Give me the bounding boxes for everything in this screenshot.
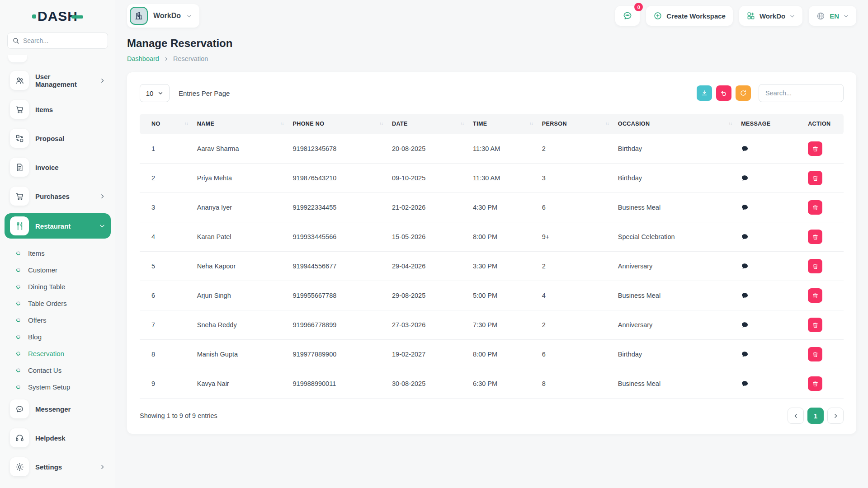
next-page-button[interactable] — [827, 408, 844, 424]
submenu-item-system-setup[interactable]: System Setup — [14, 379, 108, 395]
bullet-icon — [16, 267, 21, 273]
invoice-icon — [10, 158, 29, 177]
cell-person: 4 — [538, 281, 613, 310]
message-bubble-icon[interactable] — [741, 321, 799, 329]
sort-icon[interactable]: ↑↓ — [280, 121, 284, 126]
column-header-no[interactable]: NO↑↓ — [140, 114, 193, 134]
cell-phone: 919812345678 — [288, 134, 388, 164]
sidebar-item-messenger[interactable]: Messenger — [7, 397, 108, 421]
column-header-phone-no[interactable]: PHONE NO↑↓ — [288, 114, 388, 134]
pagination: 1 — [788, 408, 844, 424]
delete-button[interactable] — [808, 230, 822, 244]
entries-per-page-select[interactable]: 10 — [140, 84, 170, 102]
cell-occasion: Anniversary — [613, 252, 736, 281]
language-selector[interactable]: EN — [809, 6, 856, 26]
cell-time: 8:00 PM — [468, 340, 538, 369]
message-bubble-icon[interactable] — [741, 292, 799, 300]
message-bubble-icon[interactable] — [741, 263, 799, 270]
table-row: 5 Neha Kapoor 919944556677 29-04-2026 3:… — [140, 252, 844, 281]
column-header-occasion[interactable]: OCCASION↑↓ — [613, 114, 736, 134]
users-icon — [10, 71, 29, 90]
cell-name: Sneha Reddy — [193, 310, 288, 340]
search-icon — [12, 37, 19, 44]
entries-value: 10 — [146, 89, 154, 97]
delete-button[interactable] — [808, 318, 822, 332]
sidebar-item-proposal[interactable]: Proposal — [7, 127, 108, 150]
delete-button[interactable] — [808, 141, 822, 156]
delete-button[interactable] — [808, 347, 822, 361]
cell-no: 8 — [140, 340, 193, 369]
restaurant-submenu: Items Customer Dining Table Table Orders… — [7, 244, 108, 397]
workspace-switcher[interactable]: WorkDo — [127, 4, 199, 28]
table-row: 9 Kavya Nair 919988990011 30-08-2025 6:3… — [140, 369, 844, 399]
cell-person: 9+ — [538, 222, 613, 252]
cell-action — [803, 252, 844, 281]
submenu-item-customer[interactable]: Customer — [14, 262, 108, 278]
export-button[interactable] — [697, 85, 712, 101]
column-header-name[interactable]: NAME↑↓ — [193, 114, 288, 134]
workdo-menu-button[interactable]: WorkDo — [739, 6, 802, 26]
table-search-input[interactable] — [759, 84, 844, 102]
current-page-button[interactable]: 1 — [807, 408, 824, 424]
message-bubble-icon[interactable] — [741, 351, 799, 358]
cell-no: 4 — [140, 222, 193, 252]
refresh-button[interactable] — [736, 85, 751, 101]
cell-time: 8:00 PM — [468, 222, 538, 252]
column-header-person[interactable]: PERSON↑↓ — [538, 114, 613, 134]
delete-button[interactable] — [808, 171, 822, 185]
sidebar-item-invoice[interactable]: Invoice — [7, 155, 108, 179]
column-header-date[interactable]: DATE↑↓ — [387, 114, 468, 134]
sidebar-item-label: User Management — [35, 73, 93, 88]
sidebar-item-label: Settings — [35, 463, 62, 471]
messages-button[interactable]: 0 — [615, 6, 640, 26]
message-bubble-icon[interactable] — [741, 380, 799, 388]
sidebar-item-restaurant[interactable]: Restaurant — [5, 213, 111, 239]
dash-logo[interactable]: DASH — [32, 9, 83, 24]
previous-page-button[interactable] — [788, 408, 804, 424]
sort-icon[interactable]: ↑↓ — [460, 121, 464, 126]
breadcrumb-dashboard-link[interactable]: Dashboard — [127, 55, 159, 62]
submenu-item-blog[interactable]: Blog — [14, 328, 108, 345]
submenu-item-reservation[interactable]: Reservation — [14, 345, 108, 362]
sidebar-item-helpdesk[interactable]: Helpdesk — [7, 426, 108, 450]
sidebar-item-purchases[interactable]: Purchases — [7, 184, 108, 208]
message-bubble-icon[interactable] — [741, 233, 799, 241]
page-title: Manage Reservation — [127, 37, 856, 50]
sidebar-search-input[interactable] — [7, 33, 108, 49]
column-header-action: ACTION — [803, 114, 844, 134]
undo-button[interactable] — [716, 85, 731, 101]
submenu-item-contact-us[interactable]: Contact Us — [14, 362, 108, 379]
create-workspace-button[interactable]: Create Workspace — [646, 6, 733, 26]
sort-icon[interactable]: ↑↓ — [184, 121, 188, 126]
sidebar-item-label: Invoice — [35, 164, 59, 171]
sidebar-item-user-management[interactable]: User Management — [7, 69, 108, 92]
submenu-item-offers[interactable]: Offers — [14, 312, 108, 328]
cell-action — [803, 340, 844, 369]
cell-occasion: Special Celebration — [613, 222, 736, 252]
sidebar-item-items[interactable]: Items — [7, 98, 108, 121]
message-bubble-icon[interactable] — [741, 204, 799, 211]
delete-button[interactable] — [808, 200, 822, 215]
submenu-item-items[interactable]: Items — [14, 245, 108, 262]
sort-icon[interactable]: ↑↓ — [379, 121, 383, 126]
cell-time: 11:30 AM — [468, 134, 538, 164]
bullet-icon — [16, 251, 21, 256]
cell-no: 7 — [140, 310, 193, 340]
delete-button[interactable] — [808, 259, 822, 273]
bullet-icon — [16, 284, 21, 290]
reservation-table: NO↑↓NAME↑↓PHONE NO↑↓DATE↑↓TIME↑↓PERSON↑↓… — [140, 114, 844, 399]
cell-person: 6 — [538, 340, 613, 369]
submenu-item-dining-table[interactable]: Dining Table — [14, 278, 108, 295]
sort-icon[interactable]: ↑↓ — [728, 121, 732, 126]
sidebar-item-settings[interactable]: Settings — [7, 455, 108, 479]
cell-action — [803, 164, 844, 193]
column-header-time[interactable]: TIME↑↓ — [468, 114, 538, 134]
cell-action — [803, 281, 844, 310]
delete-button[interactable] — [808, 376, 822, 391]
sort-icon[interactable]: ↑↓ — [605, 121, 609, 126]
message-bubble-icon[interactable] — [741, 174, 799, 182]
delete-button[interactable] — [808, 288, 822, 303]
sort-icon[interactable]: ↑↓ — [529, 121, 533, 126]
submenu-item-table-orders[interactable]: Table Orders — [14, 295, 108, 312]
message-bubble-icon[interactable] — [741, 145, 799, 153]
